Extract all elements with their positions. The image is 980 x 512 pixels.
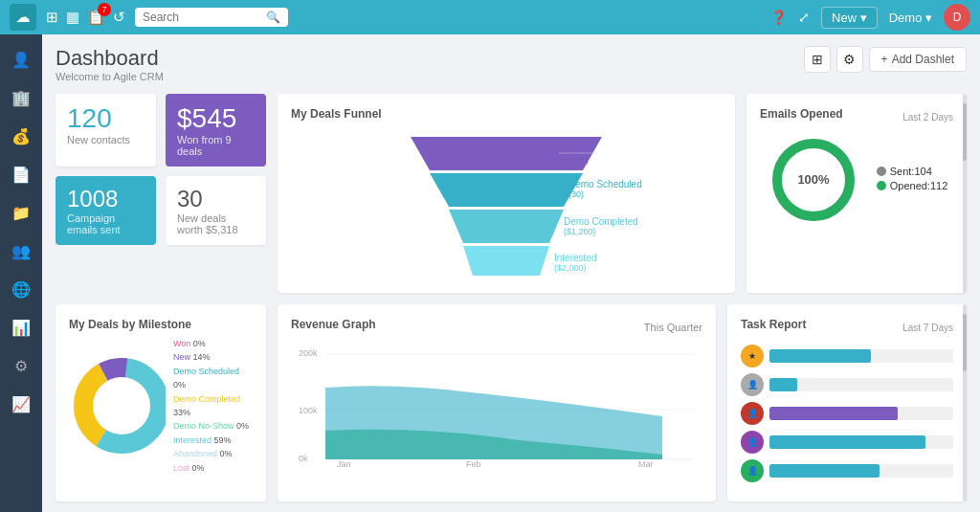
logo[interactable]: ☁ xyxy=(10,4,36,31)
donut-percent-text: 100% xyxy=(797,172,830,187)
top-navigation: ☁ ⊞ ▦ 📋7 ↺ 🔍 ❓ ⤢ New ▾ Demo ▾ D xyxy=(0,0,980,34)
legend-demo-noshow: Demo No-Show 0% xyxy=(173,419,253,433)
legend-sent: Sent:104 xyxy=(877,166,948,177)
task-report-row-3: 👤 xyxy=(741,402,953,425)
sidebar-item-web[interactable]: 🌐 xyxy=(4,272,38,306)
legend-abandoned: Abandoned 0% xyxy=(173,447,253,460)
funnel-sublabel-interested: ($2,000) xyxy=(554,263,587,273)
demo-menu[interactable]: Demo ▾ xyxy=(889,11,932,25)
emails-chart: 100% Sent:104 Opened:112 xyxy=(760,132,953,228)
x-label-mar: Mar xyxy=(638,459,654,469)
analytics-icon: 📈 xyxy=(11,395,31,413)
sidebar-item-contacts[interactable]: 👤 xyxy=(4,42,38,77)
pie-chart-svg xyxy=(69,353,166,458)
task-report-row-2: 👤 xyxy=(741,373,953,396)
opened-label: Opened:112 xyxy=(890,180,948,191)
scrollbar-thumb-task xyxy=(963,314,967,371)
y-label-0k: 0k xyxy=(299,454,308,463)
campaign-emails-number: 1008 xyxy=(67,186,145,212)
settings-button[interactable]: ⚙ xyxy=(836,46,863,73)
header-actions: ⊞ ⚙ + Add Dashlet xyxy=(804,46,967,73)
task-report-title: Task Report xyxy=(741,318,806,331)
sidebar-item-groups[interactable]: 👥 xyxy=(4,234,38,268)
stat-row-2: 1008 Campaign emails sent 30 New deals w… xyxy=(56,176,266,245)
emails-opened-card: Emails Opened Last 2 Days 100% Sent:104 xyxy=(746,94,967,293)
sidebar-item-documents[interactable]: 📄 xyxy=(4,157,38,191)
main-content: Dashboard Welcome to Agile CRM ⊞ ⚙ + Add… xyxy=(42,34,980,512)
sidebar-item-reports[interactable]: 📊 xyxy=(4,310,38,345)
sidebar-item-projects[interactable]: 📁 xyxy=(4,195,38,230)
page-header: Dashboard Welcome to Agile CRM ⊞ ⚙ + Add… xyxy=(56,46,967,82)
grid-view-button[interactable]: ⊞ xyxy=(804,46,831,73)
sidebar-item-analytics[interactable]: 📈 xyxy=(4,387,38,421)
new-deals-number: 30 xyxy=(177,186,255,212)
documents-icon: 📄 xyxy=(11,166,31,184)
search-input[interactable] xyxy=(143,11,262,24)
scrollbar[interactable] xyxy=(963,94,967,293)
y-label-100k: 100k xyxy=(299,406,318,415)
table-icon[interactable]: ▦ xyxy=(66,9,79,26)
revenue-card: Revenue Graph This Quarter 200k 100k 0k xyxy=(278,304,716,501)
task-avatar-1: ★ xyxy=(741,345,764,367)
reports-icon: 📊 xyxy=(11,319,31,337)
revenue-period: This Quarter xyxy=(644,322,702,333)
groups-icon: 👥 xyxy=(11,242,31,260)
new-contacts-label: New contacts xyxy=(67,134,145,145)
task-avatar-3: 👤 xyxy=(741,402,764,425)
search-icon: 🔍 xyxy=(266,11,280,24)
task-bar-1 xyxy=(769,349,871,363)
task-avatar-2: 👤 xyxy=(741,373,764,396)
web-icon: 🌐 xyxy=(11,280,31,299)
opened-dot xyxy=(877,181,886,190)
svg-point-7 xyxy=(95,379,148,433)
revenue-chart: 200k 100k 0k Jan Feb Mar xyxy=(291,345,702,469)
new-contacts-card: 120 New contacts xyxy=(56,94,156,167)
task-report-row-4: 👤 xyxy=(741,431,953,454)
revenue-title: Revenue Graph xyxy=(291,318,376,331)
task-bar-2 xyxy=(769,378,797,391)
funnel-label-interested: Interested xyxy=(554,253,596,263)
won-amount: $545 xyxy=(177,103,255,134)
funnel-label-new: New xyxy=(564,145,584,155)
task-bar-5 xyxy=(769,464,880,478)
legend-won: Won 0% xyxy=(173,337,253,350)
settings-icon: ⚙ xyxy=(14,357,28,375)
milestone-legend: Won 0% New 14% Demo Scheduled 0% Demo Co… xyxy=(173,337,253,475)
user-avatar[interactable]: D xyxy=(944,4,970,31)
sent-dot xyxy=(877,167,886,176)
new-deals-card: 30 New deals worth $5,318 xyxy=(166,176,266,245)
sidebar-item-settings[interactable]: ⚙ xyxy=(4,348,38,383)
funnel-sublabel-demo-scheduled: (30) xyxy=(568,189,584,199)
revenue-header: Revenue Graph This Quarter xyxy=(291,318,702,337)
add-dashlet-button[interactable]: + Add Dashlet xyxy=(869,47,967,72)
search-bar: 🔍 xyxy=(135,8,288,27)
legend-lost: Lost 0% xyxy=(173,461,253,475)
funnel-segment-demo-completed xyxy=(449,210,564,243)
donut-svg: 100% xyxy=(766,132,861,228)
sent-label: Sent:104 xyxy=(890,166,932,177)
funnel-svg: New ($500) Demo Scheduled (30) Demo Comp… xyxy=(353,132,659,280)
new-button[interactable]: New ▾ xyxy=(821,7,878,29)
legend-interested: Interested 59% xyxy=(173,434,253,447)
deals-icon: 💰 xyxy=(11,127,31,145)
notifications-icon[interactable]: 📋7 xyxy=(87,9,105,26)
won-deals-card: $545 Won from 9 deals xyxy=(166,94,266,167)
help-icon[interactable]: ❓ xyxy=(770,10,787,25)
projects-icon: 📁 xyxy=(11,204,31,222)
stat-row-1: 120 New contacts $545 Won from 9 deals xyxy=(56,94,266,167)
sidebar-item-companies[interactable]: 🏢 xyxy=(4,80,38,115)
sidebar-item-deals[interactable]: 💰 xyxy=(4,119,38,153)
task-avatar-4: 👤 xyxy=(741,431,764,454)
history-icon[interactable]: ↺ xyxy=(113,9,125,26)
dashboard-row-2: My Deals by Milestone Won 0% xyxy=(56,304,967,501)
expand-icon[interactable]: ⤢ xyxy=(798,10,810,25)
campaign-emails-label: Campaign emails sent xyxy=(67,212,145,235)
y-label-200k: 200k xyxy=(299,348,318,358)
funnel-sublabel-demo-completed: ($1,200) xyxy=(564,227,596,236)
task-report-period: Last 7 Days xyxy=(902,323,953,333)
legend-opened: Opened:112 xyxy=(877,180,948,191)
scrollbar-task[interactable] xyxy=(963,304,967,501)
grid-icon[interactable]: ⊞ xyxy=(46,9,58,26)
task-avatar-5: 👤 xyxy=(741,459,764,482)
milestone-card: My Deals by Milestone Won 0% xyxy=(56,304,266,501)
